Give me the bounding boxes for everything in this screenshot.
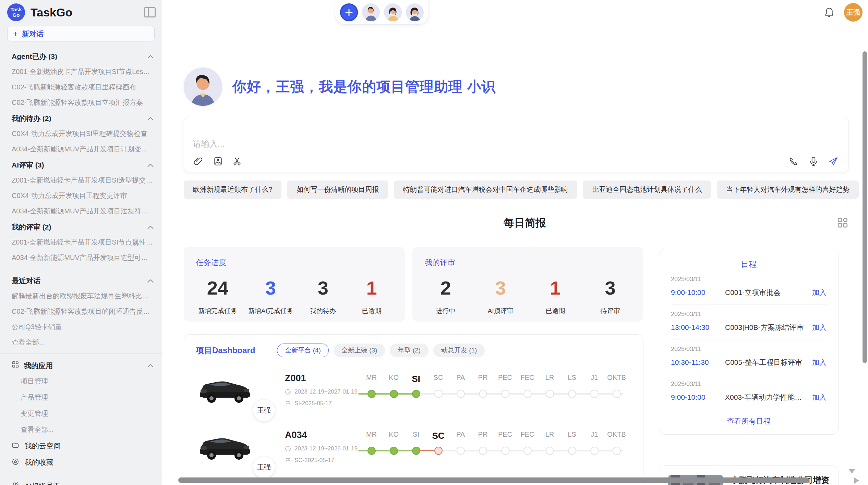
milestone-dot[interactable] (412, 390, 420, 398)
sidebar-item-我的收藏[interactable]: 我的收藏 (0, 454, 162, 471)
sidebar-task-item[interactable]: Z001-全新燃油轻卡产品开发项目SI节点属性5D文件评审 (0, 235, 162, 250)
layout-grid-icon[interactable] (836, 216, 849, 229)
milestone-dot[interactable] (568, 390, 576, 398)
sidebar-item-我的云空间[interactable]: 我的云空间 (0, 438, 162, 454)
notification-bell-icon[interactable] (824, 7, 834, 18)
agent-avatar[interactable] (406, 3, 424, 21)
dashboard-tab[interactable]: 动总开发 (1) (433, 344, 485, 357)
milestone-dot[interactable] (523, 390, 532, 398)
milestone-dot[interactable] (590, 390, 599, 398)
milestone-dot[interactable] (457, 390, 465, 398)
image-upload-icon[interactable] (213, 156, 223, 166)
sidebar-task-item[interactable]: Z001-全新燃油轻卡产品开发项目SI造型提交物评审 (0, 173, 162, 188)
milestone-label-cell: PA (449, 374, 472, 384)
sidebar-section-header[interactable]: Agent已办 (3) (0, 48, 162, 64)
sidebar-section-header[interactable]: 我的待办 (2) (0, 110, 162, 126)
chevron-up-icon[interactable] (147, 364, 153, 367)
dashboard-tab[interactable]: 全新平台 (4) (277, 344, 329, 357)
agent-avatar[interactable] (384, 3, 402, 21)
horizontal-scrollbar[interactable] (178, 477, 809, 483)
screenshot-scissors-icon[interactable] (232, 156, 242, 166)
sidebar-app-item[interactable]: 查看全部... (0, 422, 162, 438)
chevron-up-icon[interactable] (147, 226, 153, 229)
milestone-dot[interactable] (613, 390, 621, 398)
milestone-label: MR (366, 374, 377, 382)
project-row[interactable]: 王强A0342023-12-19~2026-01-19SC-2025-05-17… (196, 430, 631, 465)
milestone-dot[interactable] (457, 447, 465, 455)
milestone-dot[interactable] (412, 447, 420, 455)
send-icon[interactable] (828, 156, 839, 166)
milestone-dot[interactable] (613, 447, 621, 455)
chevron-up-icon[interactable] (147, 117, 153, 120)
chevron-up-icon[interactable] (147, 55, 153, 58)
sidebar-app-item[interactable]: 变更管理 (0, 406, 162, 422)
milestone-dot[interactable] (523, 447, 532, 455)
sidebar-task-item[interactable]: C0X4-动力总成开发项目工程变更评审 (0, 188, 162, 203)
dashboard-tab[interactable]: 全新上装 (3) (334, 344, 385, 357)
attachment-icon[interactable] (194, 156, 204, 166)
milestone-dot[interactable] (479, 390, 487, 398)
sidebar-section-header[interactable]: 最近对话 (0, 273, 162, 288)
suggestion-chip[interactable]: 如何写一份清晰的项目周报 (287, 181, 388, 199)
user-avatar[interactable]: 王强 (844, 3, 863, 22)
milestone-dot[interactable] (568, 447, 576, 455)
collapse-sidebar-icon[interactable] (144, 7, 156, 17)
sidebar-task-item[interactable]: C02-飞腾新能源轻客改款项目里程碑画布 (0, 79, 162, 95)
scroll-down-arrow[interactable] (849, 469, 855, 474)
microphone-icon[interactable] (808, 156, 819, 166)
suggestion-chip[interactable]: 欧洲新规最近颁布了什么? (184, 181, 281, 199)
new-chat-button[interactable]: + 新对话 (7, 26, 155, 41)
milestone-dot[interactable] (501, 390, 509, 398)
suggestion-chip[interactable]: 特朗普可能对进口汽车增税会对中国车企造成哪些影响 (394, 181, 577, 199)
view-all-schedule-link[interactable]: 查看所有日程 (671, 409, 827, 426)
app-title: TaskGo (31, 6, 144, 19)
sidebar-task-item[interactable]: A034-全新新能源MUV产品开发项目法规符合性评审 (0, 203, 162, 219)
join-meeting-link[interactable]: 加入 (812, 358, 827, 367)
join-meeting-link[interactable]: 加入 (812, 288, 827, 297)
scroll-right-arrow[interactable] (854, 477, 859, 484)
sidebar-tool-AI超级员工[interactable]: AI超级员工 (0, 478, 162, 485)
project-flag-text: SC-2025-05-17 (294, 457, 334, 464)
join-meeting-link[interactable]: 加入 (812, 393, 827, 402)
project-row[interactable]: 王强Z0012023-12-19~2027-01-19SI-2025-05-17… (196, 373, 631, 409)
milestone-dot[interactable] (590, 447, 599, 455)
view-all-conversations-link[interactable]: 查看全部... (0, 335, 162, 350)
logo-text-top: Task (10, 7, 22, 12)
dashboard-tab[interactable]: 年型 (2) (390, 344, 429, 357)
voice-call-icon[interactable] (788, 156, 799, 166)
milestone-dot[interactable] (434, 447, 443, 455)
sidebar-app-item[interactable]: 产品管理 (0, 389, 162, 406)
milestone-dot[interactable] (367, 447, 376, 455)
sidebar-section-header[interactable]: 我的评审 (2) (0, 219, 162, 235)
milestone-dot[interactable] (367, 390, 376, 398)
vertical-scrollbar[interactable] (863, 51, 867, 363)
recent-conversation-item[interactable]: 公司Q3轻卡销量 (0, 319, 162, 335)
sidebar-task-item[interactable]: A034-全新新能源MUV产品开发项目造型可行性评审 (0, 250, 162, 265)
chevron-up-icon[interactable] (147, 279, 153, 283)
chevron-up-icon[interactable] (147, 164, 153, 167)
milestone-dot[interactable] (546, 390, 554, 398)
sidebar-group-my-apps[interactable]: 我的应用 (0, 357, 162, 373)
milestone-dot[interactable] (390, 390, 398, 398)
suggestion-chip[interactable]: 当下年轻人对汽车外观有怎样的喜好趋势 (717, 181, 859, 199)
sidebar-task-item[interactable]: C0X4-动力总成开发项目SI里程碑提交物检查 (0, 126, 162, 141)
milestone-dot[interactable] (501, 447, 509, 455)
sidebar-app-item[interactable]: 项目管理 (0, 373, 162, 389)
agent-avatar[interactable] (362, 3, 380, 21)
sidebar-section-header[interactable]: AI评审 (3) (0, 157, 162, 173)
message-input[interactable] (193, 125, 839, 149)
join-meeting-link[interactable]: 加入 (812, 323, 827, 332)
milestone-dot[interactable] (434, 390, 443, 398)
milestone-dot[interactable] (390, 447, 398, 455)
milestone-dot[interactable] (546, 447, 554, 455)
milestone-label: SC (434, 374, 443, 382)
message-composer (184, 117, 848, 172)
recent-conversation-item[interactable]: 解释最新出台的欧盟报废车法规再生塑料比例被调至15%... (0, 288, 162, 304)
recent-conversation-item[interactable]: C02-飞腾新能源轻客改款项目的闭环通告反馈情况 (0, 304, 162, 319)
sidebar-task-item[interactable]: A034-全新新能源MUV产品开发项目计划变更表编写 (0, 141, 162, 157)
milestone-dot[interactable] (479, 447, 487, 455)
add-agent-button[interactable] (340, 3, 358, 21)
suggestion-chip[interactable]: 比亚迪全固态电池计划具体说了什么 (583, 181, 711, 199)
sidebar-task-item[interactable]: Z001-全新燃油皮卡产品开发项目SI节点Lesson Learn报告 (0, 64, 162, 79)
sidebar-task-item[interactable]: C02-飞腾新能源轻客改款项目立项汇报方案 (0, 95, 162, 110)
